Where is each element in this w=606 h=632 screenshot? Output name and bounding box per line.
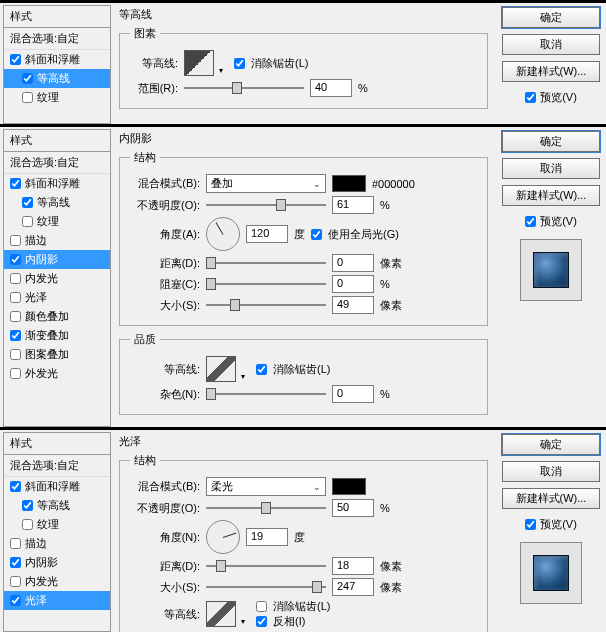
angle-dial[interactable] xyxy=(206,217,240,251)
angle-input[interactable]: 120 xyxy=(246,225,288,243)
angle-dial[interactable] xyxy=(206,520,240,554)
chevron-down-icon[interactable]: ▾ xyxy=(219,66,223,75)
noise-input[interactable]: 0 xyxy=(332,385,374,403)
effect-texture-check[interactable] xyxy=(22,519,33,530)
effect-bevel[interactable]: 斜面和浮雕 xyxy=(4,477,110,496)
preview-check[interactable] xyxy=(525,92,536,103)
effect-texture[interactable]: 纹理 xyxy=(4,212,110,231)
invert-check[interactable] xyxy=(256,616,267,627)
fieldset-structure: 结构 混合模式(B): 柔光⌄ 不透明度(O): 50 % 角度(N): 19 … xyxy=(119,453,488,632)
global-light-check[interactable] xyxy=(311,229,322,240)
effect-inner-glow[interactable]: 内发光 xyxy=(4,572,110,591)
blend-options-row[interactable]: 混合选项:自定 xyxy=(4,152,110,174)
color-swatch[interactable] xyxy=(332,175,366,192)
styles-title: 样式 xyxy=(4,433,110,455)
effect-inner-shadow[interactable]: 内阴影 xyxy=(4,250,110,269)
chevron-down-icon[interactable]: ▾ xyxy=(241,372,245,381)
effect-bevel-check[interactable] xyxy=(10,481,21,492)
effect-stroke[interactable]: 描边 xyxy=(4,231,110,250)
effect-satin[interactable]: 光泽 xyxy=(4,288,110,307)
size-input[interactable]: 247 xyxy=(332,578,374,596)
effect-satin-check[interactable] xyxy=(10,292,21,303)
effect-inner-shadow[interactable]: 内阴影 xyxy=(4,553,110,572)
choke-slider[interactable] xyxy=(206,277,326,291)
effect-stroke[interactable]: 描边 xyxy=(4,534,110,553)
effect-contour[interactable]: 等高线 xyxy=(4,69,110,88)
color-swatch[interactable] xyxy=(332,478,366,495)
choke-input[interactable]: 0 xyxy=(332,275,374,293)
effect-inner-glow-check[interactable] xyxy=(10,576,21,587)
effect-color-overlay-check[interactable] xyxy=(10,311,21,322)
distance-unit: 像素 xyxy=(380,256,408,271)
chevron-down-icon[interactable]: ▾ xyxy=(241,617,245,626)
preview-check[interactable] xyxy=(525,519,536,530)
effect-satin-check[interactable] xyxy=(10,595,21,606)
range-input[interactable]: 40 xyxy=(310,79,352,97)
effect-contour[interactable]: 等高线 xyxy=(4,193,110,212)
effect-inner-shadow-check[interactable] xyxy=(10,254,21,265)
antialias-label: 消除锯齿(L) xyxy=(251,56,308,71)
opacity-label: 不透明度(O): xyxy=(130,198,200,213)
effect-contour-check[interactable] xyxy=(22,500,33,511)
effect-inner-glow-check[interactable] xyxy=(10,273,21,284)
opacity-input[interactable]: 50 xyxy=(332,499,374,517)
opacity-slider[interactable] xyxy=(206,198,326,212)
effect-color-overlay[interactable]: 颜色叠加 xyxy=(4,307,110,326)
effect-grad-overlay[interactable]: 渐变叠加 xyxy=(4,326,110,345)
distance-input[interactable]: 18 xyxy=(332,557,374,575)
cancel-button[interactable]: 取消 xyxy=(502,158,600,179)
blend-options-row[interactable]: 混合选项:自定 xyxy=(4,28,110,50)
antialias-label: 消除锯齿(L) xyxy=(273,599,330,614)
preview-check[interactable] xyxy=(525,216,536,227)
opacity-slider[interactable] xyxy=(206,501,326,515)
ok-button[interactable]: 确定 xyxy=(502,131,600,152)
blend-mode-select[interactable]: 叠加⌄ xyxy=(206,174,326,193)
effect-texture-check[interactable] xyxy=(22,216,33,227)
size-input[interactable]: 49 xyxy=(332,296,374,314)
cancel-button[interactable]: 取消 xyxy=(502,461,600,482)
antialias-check[interactable] xyxy=(256,601,267,612)
contour-picker[interactable]: ▾ xyxy=(184,50,214,76)
blend-mode-select[interactable]: 柔光⌄ xyxy=(206,477,326,496)
size-slider[interactable] xyxy=(206,298,326,312)
effect-grad-overlay-check[interactable] xyxy=(10,330,21,341)
distance-input[interactable]: 0 xyxy=(332,254,374,272)
new-style-button[interactable]: 新建样式(W)... xyxy=(502,185,600,206)
distance-slider[interactable] xyxy=(206,256,326,270)
cancel-button[interactable]: 取消 xyxy=(502,34,600,55)
effect-inner-glow[interactable]: 内发光 xyxy=(4,269,110,288)
range-slider[interactable] xyxy=(184,81,304,95)
noise-slider[interactable] xyxy=(206,387,326,401)
effect-outer-glow[interactable]: 外发光 xyxy=(4,364,110,383)
effect-bevel-check[interactable] xyxy=(10,178,21,189)
effect-contour-check[interactable] xyxy=(22,73,33,84)
effect-bevel[interactable]: 斜面和浮雕 xyxy=(4,50,110,69)
contour-picker[interactable]: ▾ xyxy=(206,356,236,382)
effect-bevel[interactable]: 斜面和浮雕 xyxy=(4,174,110,193)
effect-contour[interactable]: 等高线 xyxy=(4,496,110,515)
effect-contour-check[interactable] xyxy=(22,197,33,208)
ok-button[interactable]: 确定 xyxy=(502,434,600,455)
effect-texture[interactable]: 纹理 xyxy=(4,515,110,534)
effect-bevel-check[interactable] xyxy=(10,54,21,65)
effect-pattern-overlay-check[interactable] xyxy=(10,349,21,360)
effect-pattern-overlay[interactable]: 图案叠加 xyxy=(4,345,110,364)
new-style-button[interactable]: 新建样式(W)... xyxy=(502,61,600,82)
antialias-check[interactable] xyxy=(256,364,267,375)
angle-input[interactable]: 19 xyxy=(246,528,288,546)
effect-texture[interactable]: 纹理 xyxy=(4,88,110,107)
opacity-input[interactable]: 61 xyxy=(332,196,374,214)
effect-outer-glow-check[interactable] xyxy=(10,368,21,379)
effect-satin[interactable]: 光泽 xyxy=(4,591,110,610)
effect-texture-check[interactable] xyxy=(22,92,33,103)
size-slider[interactable] xyxy=(206,580,326,594)
antialias-check[interactable] xyxy=(234,58,245,69)
effect-stroke-check[interactable] xyxy=(10,235,21,246)
effect-stroke-check[interactable] xyxy=(10,538,21,549)
ok-button[interactable]: 确定 xyxy=(502,7,600,28)
distance-slider[interactable] xyxy=(206,559,326,573)
effect-inner-shadow-check[interactable] xyxy=(10,557,21,568)
new-style-button[interactable]: 新建样式(W)... xyxy=(502,488,600,509)
contour-picker[interactable]: ▾ xyxy=(206,601,236,627)
blend-options-row[interactable]: 混合选项:自定 xyxy=(4,455,110,477)
